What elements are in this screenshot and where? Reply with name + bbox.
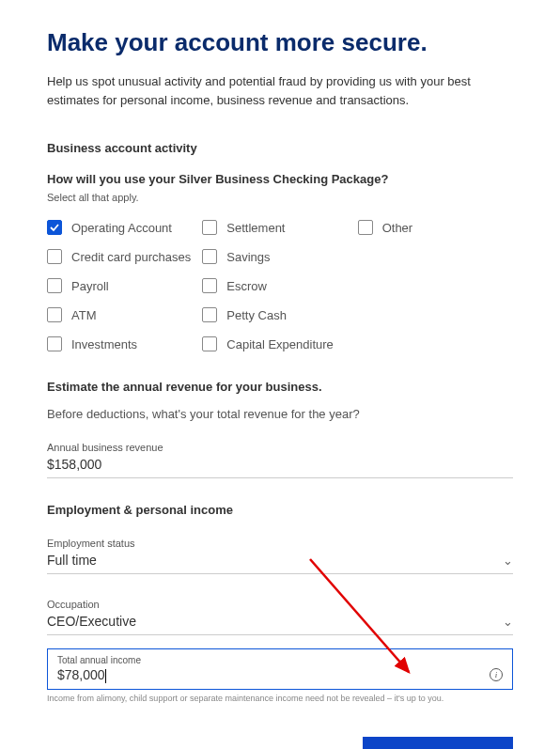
annual-revenue-field[interactable]: $158,000 [47,455,513,478]
checkbox-settlement[interactable]: Settlement [202,220,357,235]
checkbox-label: Capital Expenditure [226,337,333,351]
checkbox-credit-card-purchases[interactable]: Credit card purchases [47,249,202,264]
employment-status-value: Full time [47,553,97,568]
usage-question: How will you use your Silver Business Ch… [47,172,513,186]
checkbox-label: Payroll [71,279,109,293]
checkbox-box [202,220,217,235]
occupation-label: Occupation [47,599,513,610]
checkbox-label: Petty Cash [226,308,287,322]
checkbox-capital-expenditure[interactable]: Capital Expenditure [202,336,357,351]
checkbox-label: Settlement [226,221,285,235]
checkbox-petty-cash[interactable]: Petty Cash [202,307,357,322]
checkbox-atm[interactable]: ATM [47,307,202,322]
revenue-subtext: Before deductions, what's your total rev… [47,407,513,421]
save-continue-button[interactable]: Save and continue [363,737,513,749]
total-income-field[interactable]: Total annual income $78,000 i [47,648,513,690]
checkbox-label: Savings [226,250,270,264]
checkbox-box [358,220,373,235]
checkbox-box [47,220,62,235]
checkbox-operating-account[interactable]: Operating Account [47,220,202,235]
checkbox-label: Investments [71,337,137,351]
intro-text: Help us spot unusual activity and potent… [47,72,513,109]
checkbox-box [47,307,62,322]
employment-status-select[interactable]: Full time ⌄ [47,551,513,574]
checkbox-other[interactable]: Other [358,220,513,235]
info-icon[interactable]: i [490,668,503,681]
checkbox-investments[interactable]: Investments [47,336,202,351]
occupation-value: CEO/Executive [47,614,136,629]
checkbox-label: Operating Account [71,221,172,235]
checkbox-box [47,336,62,351]
checkbox-escrow[interactable]: Escrow [202,278,357,293]
annual-revenue-label: Annual business revenue [47,442,513,453]
income-disclaimer: Income from alimony, child support or se… [47,694,513,703]
checkbox-box [202,336,217,351]
checkbox-box [47,249,62,264]
checkbox-payroll[interactable]: Payroll [47,278,202,293]
checkbox-label: Escrow [226,279,267,293]
chevron-down-icon: ⌄ [503,554,513,568]
checkbox-label: Credit card purchases [71,250,191,264]
employment-status-label: Employment status [47,538,513,549]
total-income-label: Total annual income [57,655,503,665]
checkbox-box [202,278,217,293]
checkbox-label: Other [382,221,413,235]
checkbox-savings[interactable]: Savings [202,249,357,264]
checkbox-box [47,278,62,293]
revenue-title: Estimate the annual revenue for your bus… [47,380,513,394]
annual-revenue-value: $158,000 [47,457,101,472]
business-activity-title: Business account activity [47,141,513,155]
page-title: Make your account more secure. [47,28,513,57]
chevron-down-icon: ⌄ [503,615,513,629]
checkbox-box [202,249,217,264]
checkbox-label: ATM [71,308,96,322]
usage-hint: Select all that apply. [47,192,513,203]
employment-title: Employment & personal income [47,503,513,517]
checkbox-box [202,307,217,322]
occupation-select[interactable]: CEO/Executive ⌄ [47,612,513,635]
annotation-arrow [0,0,560,749]
total-income-value: $78,000 [57,667,105,682]
